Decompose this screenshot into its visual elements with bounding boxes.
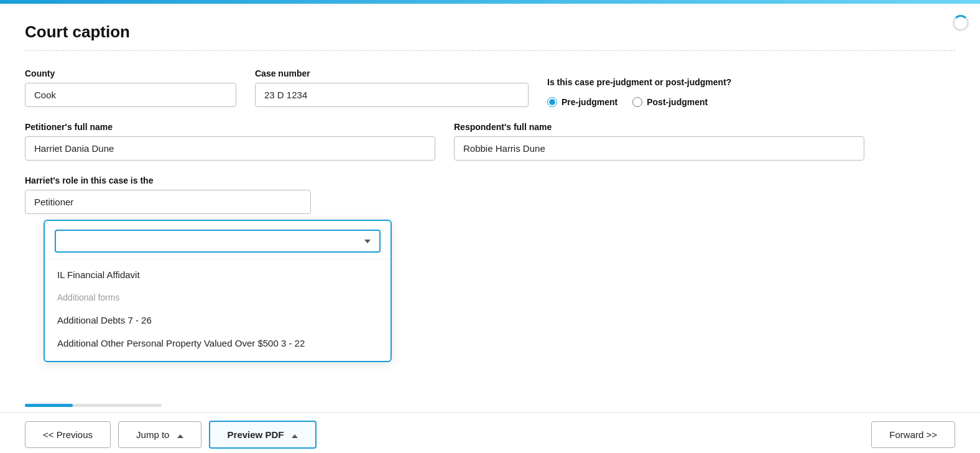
main-content: Court caption County Case number Is this… — [0, 4, 980, 453]
bottom-navigation: << Previous Jump to Preview PDF Forward … — [0, 412, 980, 453]
petitioner-label: Petitioner's full name — [25, 122, 435, 132]
respondent-group: Respondent's full name — [454, 122, 864, 161]
dropdown-items-list: IL Financial Affidavit Additional forms … — [45, 259, 391, 358]
progress-bar-track — [25, 404, 162, 407]
jump-to-button[interactable]: Jump to — [118, 421, 201, 448]
judgment-group: Is this case pre-judgment or post-judgme… — [547, 77, 731, 107]
petitioner-input[interactable] — [25, 136, 435, 161]
post-judgment-radio[interactable] — [632, 97, 642, 107]
row-county-case: County Case number Is this case pre-judg… — [25, 68, 955, 107]
dropdown-item-additional-other[interactable]: Additional Other Personal Property Value… — [45, 332, 391, 355]
respondent-label: Respondent's full name — [454, 122, 864, 132]
jump-to-dropdown: IL Financial Affidavit Additional forms … — [44, 220, 392, 362]
county-label: County — [25, 68, 236, 78]
judgment-radio-options: Pre-judgment Post-judgment — [547, 97, 731, 107]
case-number-input[interactable] — [255, 83, 529, 107]
section-divider — [25, 50, 955, 51]
case-number-label: Case number — [255, 68, 529, 78]
forward-button[interactable]: Forward >> — [871, 421, 955, 448]
dropdown-inner: IL Financial Affidavit Additional forms … — [45, 221, 391, 361]
post-judgment-label: Post-judgment — [647, 97, 708, 107]
pre-judgment-option[interactable]: Pre-judgment — [547, 97, 617, 107]
role-select[interactable]: Petitioner — [25, 190, 311, 214]
dropdown-select-placeholder — [65, 236, 67, 246]
role-value: Petitioner — [34, 197, 73, 207]
county-input[interactable] — [25, 83, 236, 107]
respondent-input[interactable] — [454, 136, 864, 161]
county-group: County — [25, 68, 236, 107]
pre-judgment-radio[interactable] — [547, 97, 557, 107]
dropdown-item-il-financial[interactable]: IL Financial Affidavit — [45, 263, 391, 286]
progress-area — [25, 404, 955, 407]
progress-bar-fill — [25, 404, 73, 407]
dropdown-select-row — [45, 223, 391, 259]
dropdown-item-additional-debts[interactable]: Additional Debts 7 - 26 — [45, 309, 391, 332]
preview-pdf-label: Preview PDF — [228, 429, 284, 440]
preview-pdf-button[interactable]: Preview PDF — [209, 421, 317, 449]
jump-to-label: Jump to — [136, 429, 169, 440]
page-title: Court caption — [25, 22, 955, 42]
role-row: Petitioner IL Financial Affidavit Additi… — [25, 190, 955, 214]
chevron-up-icon — [177, 434, 183, 438]
role-label: Harriet's role in this case is the — [25, 175, 955, 185]
row-names: Petitioner's full name Respondent's full… — [25, 122, 955, 161]
case-number-group: Case number — [255, 68, 529, 107]
post-judgment-option[interactable]: Post-judgment — [632, 97, 708, 107]
petitioner-group: Petitioner's full name — [25, 122, 435, 161]
role-section: Harriet's role in this case is the Petit… — [25, 175, 955, 214]
previous-button[interactable]: << Previous — [25, 421, 111, 448]
chevron-down-icon — [364, 240, 371, 243]
dropdown-section-header-additional: Additional forms — [45, 286, 391, 309]
dropdown-select-box[interactable] — [55, 230, 381, 253]
loading-spinner — [953, 15, 969, 31]
judgment-label: Is this case pre-judgment or post-judgme… — [547, 77, 731, 87]
pre-judgment-label: Pre-judgment — [562, 97, 617, 107]
preview-pdf-chevron-icon — [292, 434, 298, 438]
